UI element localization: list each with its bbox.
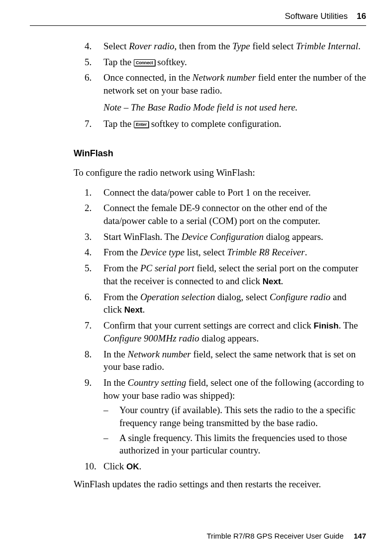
sub-dash: – (103, 404, 119, 429)
step-number: 1. (85, 186, 103, 199)
step-body: Start WinFlash. The Device Configuration… (103, 230, 366, 243)
step-number: 5. (85, 56, 103, 69)
page-footer: Trimble R7/R8 GPS Receiver User Guide 14… (206, 531, 366, 541)
winflash-heading: WinFlash (74, 147, 366, 159)
step-5: 5. Tap the Connect softkey. (85, 56, 366, 69)
step-number: 6. (85, 291, 103, 317)
step-4: 4. Select Rover radio, then from the Typ… (85, 40, 366, 53)
step-body: Tap the Enter softkey to complete config… (103, 117, 366, 130)
step-number: 6. (85, 71, 103, 97)
step-number: 8. (85, 348, 103, 373)
step-number: 5. (85, 262, 103, 288)
step-body: Tap the Connect softkey. (103, 56, 366, 69)
sub-body: A single frequency. This limits the freq… (119, 432, 366, 457)
wf-step-10: 10. Click OK. (85, 460, 366, 473)
wf-step-2: 2. Connect the female DE-9 connector on … (85, 202, 366, 227)
step-6: 6. Once connected, in the Network number… (85, 71, 366, 97)
step-body: In the Network number field, select the … (103, 348, 366, 373)
step-7: 7. Tap the Enter softkey to complete con… (85, 117, 366, 130)
step-body: From the Device type list, select Trimbl… (103, 246, 366, 259)
wf-step-5: 5. From the PC serial port field, select… (85, 262, 366, 288)
header-rule (30, 25, 366, 26)
sub-item-country: – Your country (if available). This sets… (103, 404, 366, 429)
note-label: Note – (103, 102, 131, 112)
wf-step-7: 7. Confirm that your current settings ar… (85, 319, 366, 345)
step-number: 4. (85, 40, 103, 53)
wf-step-9: 9. In the Country setting field, select … (85, 376, 366, 457)
wf-step-6: 6. From the Operation selection dialog, … (85, 291, 366, 317)
page-header: Software Utilities 16 (30, 11, 366, 22)
step-number: 4. (85, 246, 103, 259)
step-body: From the Operation selection dialog, sel… (103, 291, 366, 317)
winflash-intro: To configure the radio network using Win… (74, 166, 366, 179)
note-text: The Base Radio Mode field is not used he… (131, 102, 297, 112)
step-number: 7. (85, 319, 103, 345)
step-body: From the PC serial port field, select th… (103, 262, 366, 288)
step-body: Connect the data/power cable to Port 1 o… (103, 186, 366, 199)
wf-step-8: 8. In the Network number field, select t… (85, 348, 366, 373)
step-body: Once connected, in the Network number fi… (103, 71, 366, 97)
enter-softkey-icon: Enter (134, 121, 149, 128)
connect-softkey-icon: Connect (134, 59, 155, 66)
step-number: 10. (85, 460, 103, 473)
sub-dash: – (103, 432, 119, 457)
sub-body: Your country (if available). This sets t… (119, 404, 366, 429)
step-body: Select Rover radio, then from the Type f… (103, 40, 366, 53)
header-chapter: 16 (357, 11, 366, 22)
wf-step-3: 3. Start WinFlash. The Device Configurat… (85, 230, 366, 243)
header-title: Software Utilities (285, 11, 348, 22)
note: Note – The Base Radio Mode field is not … (103, 101, 366, 114)
closing-text: WinFlash updates the radio settings and … (74, 478, 366, 491)
content-area: 4. Select Rover radio, then from the Typ… (85, 40, 366, 490)
step-body: In the Country setting field, select one… (103, 376, 366, 457)
step-body: Click OK. (103, 460, 366, 473)
step-body: Connect the female DE-9 connector on the… (103, 202, 366, 227)
step-body: Confirm that your current settings are c… (103, 319, 366, 345)
step-number: 2. (85, 202, 103, 227)
footer-page-number: 147 (354, 532, 366, 540)
step-number: 7. (85, 117, 103, 130)
wf-step-4: 4. From the Device type list, select Tri… (85, 246, 366, 259)
sub-item-frequency: – A single frequency. This limits the fr… (103, 432, 366, 457)
wf-step-1: 1. Connect the data/power cable to Port … (85, 186, 366, 199)
step-number: 9. (85, 376, 103, 457)
step-number: 3. (85, 230, 103, 243)
footer-text: Trimble R7/R8 GPS Receiver User Guide (206, 532, 343, 540)
